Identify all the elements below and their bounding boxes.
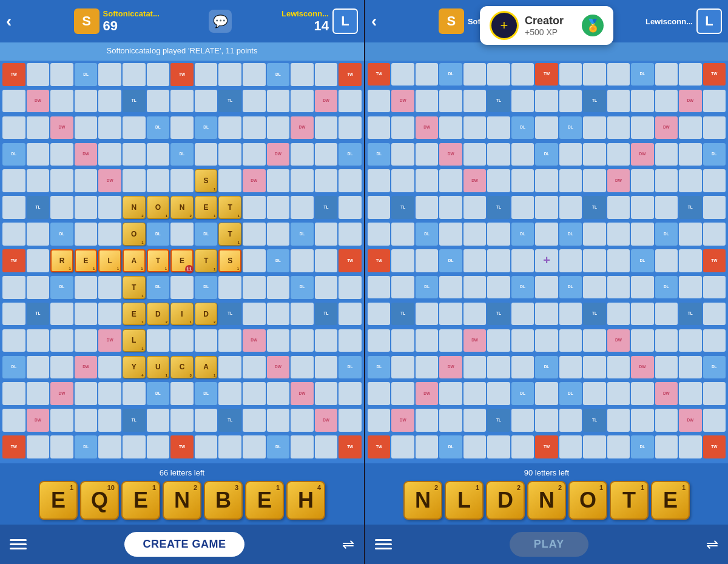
- board-cell: TW: [535, 63, 558, 86]
- back-button-left[interactable]: ‹: [6, 12, 24, 31]
- board-cell[interactable]: L1: [98, 249, 121, 272]
- menu-line: [375, 539, 392, 541]
- board-cell: DL: [439, 249, 462, 272]
- board-cell[interactable]: T1: [218, 223, 241, 246]
- board-cell[interactable]: I1: [170, 303, 194, 326]
- board-cell: DL: [267, 63, 290, 86]
- rack-tile[interactable]: E1: [39, 481, 78, 520]
- board-cell: [439, 382, 462, 405]
- board-cell: [368, 116, 390, 139]
- board-cell[interactable]: N2: [170, 196, 194, 219]
- board-cell[interactable]: D2: [147, 303, 170, 326]
- board-cell[interactable]: A1: [123, 249, 146, 272]
- board-cell: DW: [607, 169, 630, 192]
- rack-tile[interactable]: N2: [163, 481, 201, 520]
- board-cell: [655, 169, 678, 192]
- board-cell: [147, 143, 170, 166]
- board-cell: DW: [655, 116, 678, 139]
- back-button-right[interactable]: ‹: [371, 12, 389, 31]
- board-cell[interactable]: O1: [147, 196, 170, 219]
- board-cell[interactable]: T1: [123, 276, 146, 299]
- board-cell: [703, 196, 726, 218]
- board-cell: TW: [170, 63, 194, 86]
- board-cell: TL: [583, 90, 605, 112]
- board-cell: [655, 435, 678, 458]
- shuffle-button-left[interactable]: ⇌: [342, 536, 354, 553]
- board-cell: TL: [487, 90, 510, 112]
- board-cell[interactable]: N2: [123, 196, 146, 219]
- board-cell: [439, 90, 462, 112]
- board-cell: DW: [50, 382, 73, 405]
- rack-tile[interactable]: N2: [403, 481, 442, 520]
- board-cell[interactable]: E1: [195, 196, 218, 219]
- rack-tile[interactable]: T1: [610, 481, 649, 520]
- board-cell: TW: [368, 435, 390, 458]
- board-cell: [487, 356, 510, 378]
- board-cell[interactable]: T1: [195, 249, 218, 272]
- board-cell: [463, 303, 486, 325]
- board-cell[interactable]: S1: [195, 169, 218, 192]
- board-cell: [391, 356, 414, 378]
- board-cell[interactable]: A1: [195, 356, 218, 379]
- board-cell: TW: [368, 63, 390, 86]
- board-cell: TW: [703, 249, 726, 272]
- board-cell: [195, 329, 218, 352]
- board-cell[interactable]: D2: [195, 303, 218, 326]
- board-cell: TL: [679, 303, 701, 325]
- rack-tile[interactable]: L1: [445, 481, 484, 520]
- create-game-button[interactable]: CREATE GAME: [124, 532, 244, 557]
- board-cell[interactable]: T1: [218, 196, 241, 219]
- rack-tile[interactable]: B3: [204, 481, 243, 520]
- rack-tile[interactable]: E1: [651, 481, 690, 520]
- board-cell[interactable]: L1: [123, 329, 146, 352]
- board-cell: [679, 329, 701, 352]
- board-cell: DL: [655, 276, 678, 298]
- board-cell: DL: [439, 63, 462, 86]
- letters-left-right: 90 letters left: [524, 468, 569, 477]
- rack-tile[interactable]: E1: [121, 481, 160, 520]
- board-cell: DL: [368, 356, 390, 378]
- rack-tile[interactable]: E1: [245, 481, 284, 520]
- chat-button-left[interactable]: 💬: [209, 10, 232, 33]
- board-cell[interactable]: C3: [170, 356, 194, 379]
- notif-title: Creator: [525, 15, 564, 27]
- board-cell[interactable]: R1: [50, 249, 73, 272]
- play-button[interactable]: PLAY: [510, 532, 588, 557]
- board-cell: DL: [147, 276, 170, 299]
- rack-tile[interactable]: O1: [568, 481, 607, 520]
- board-cell: DL: [291, 276, 314, 299]
- rack-tile[interactable]: N2: [527, 481, 566, 520]
- board-cell: DL: [339, 143, 362, 166]
- scrabble-board-left: TWDLTWDLTWDWTLTLDWDWDLDLDWDLDWDLDWDLDWS1…: [2, 63, 362, 461]
- board-cell: [267, 223, 290, 246]
- menu-button-right[interactable]: [375, 539, 392, 549]
- board-cell: [218, 382, 241, 405]
- board-cell[interactable]: O1: [123, 223, 146, 246]
- rack-tile[interactable]: Q10: [80, 481, 119, 520]
- menu-button-left[interactable]: [10, 539, 27, 549]
- board-cell[interactable]: T1: [147, 249, 170, 272]
- board-cell: DW: [631, 143, 653, 166]
- board-cell: [368, 90, 390, 112]
- board-cell: [75, 409, 98, 432]
- board-cell: [27, 249, 50, 272]
- board-cell[interactable]: E1: [123, 303, 146, 326]
- board-cell: [559, 196, 582, 218]
- board-cell: [368, 196, 390, 218]
- board-cell: [147, 90, 170, 113]
- board-cell[interactable]: E111: [170, 249, 194, 272]
- board-cell: [703, 90, 726, 112]
- rack-tile[interactable]: D2: [486, 481, 525, 520]
- board-cell: [655, 356, 678, 378]
- board-cell[interactable]: Y4: [123, 356, 146, 379]
- board-cell[interactable]: S1: [218, 249, 241, 272]
- board-cell: [487, 249, 510, 272]
- board-cell: [75, 276, 98, 299]
- board-cell[interactable]: E1: [75, 249, 98, 272]
- board-cell: DL: [2, 356, 25, 379]
- board-cell[interactable]: U1: [147, 356, 170, 379]
- rack-tile[interactable]: H4: [286, 481, 325, 520]
- shuffle-button-right[interactable]: ⇌: [706, 536, 718, 553]
- board-cell: TL: [218, 303, 241, 326]
- board-cell: [511, 63, 534, 86]
